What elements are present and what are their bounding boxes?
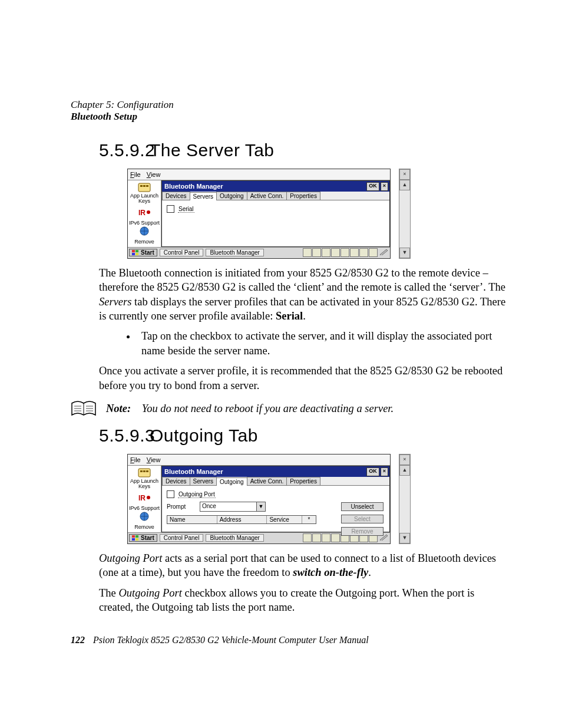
running-chapter: Chapter 5: Configuration xyxy=(71,99,509,111)
sidebar-app-launch[interactable]: App Launch Keys xyxy=(128,467,161,490)
list-item: Tap on the checkbox to activate the serv… xyxy=(137,329,509,358)
scroll-down-icon[interactable]: ▼ xyxy=(399,248,410,258)
window-titlebar: Bluetooth Manager OK × xyxy=(162,181,389,192)
page-scrollbar[interactable]: × ▲ ▼ xyxy=(399,454,411,544)
task-bluetooth-manager[interactable]: Bluetooth Manager xyxy=(206,534,264,542)
tray-icon[interactable] xyxy=(331,248,340,257)
sidebar-ipv6[interactable]: IPv6 Support xyxy=(128,505,161,523)
scroll-up-icon[interactable]: ▲ xyxy=(399,180,410,190)
svg-rect-11 xyxy=(138,469,150,477)
unselect-button[interactable]: Unselect xyxy=(341,502,384,511)
tab-servers[interactable]: Servers xyxy=(190,192,217,200)
prompt-label: Prompt xyxy=(167,503,196,510)
sidebar-remove[interactable]: Remove xyxy=(128,239,161,245)
prompt-combobox[interactable]: Once ▼ xyxy=(200,502,266,512)
serial-label: Serial xyxy=(178,206,194,213)
start-button[interactable]: Start xyxy=(129,534,157,542)
svg-rect-1 xyxy=(140,185,143,187)
book-icon xyxy=(71,400,97,417)
tray-icon[interactable] xyxy=(331,533,340,542)
remove-button[interactable]: Remove xyxy=(341,527,384,536)
tray-icon[interactable] xyxy=(369,248,378,257)
globe-icon xyxy=(137,226,151,236)
tab-devices[interactable]: Devices xyxy=(162,477,190,485)
outgoing-port-checkbox[interactable] xyxy=(167,490,174,498)
svg-rect-21 xyxy=(135,538,138,541)
serial-checkbox[interactable] xyxy=(167,205,174,213)
tray-icon[interactable] xyxy=(350,248,359,257)
ok-button[interactable]: OK xyxy=(366,182,379,191)
svg-rect-7 xyxy=(132,250,135,252)
system-tray xyxy=(303,248,390,257)
svg-rect-12 xyxy=(140,470,143,472)
task-control-panel[interactable]: Control Panel xyxy=(160,534,204,542)
svg-point-5 xyxy=(147,210,150,214)
windows-icon xyxy=(132,535,139,541)
page-scrollbar[interactable]: × ▲ ▼ xyxy=(399,169,411,259)
tab-outgoing[interactable]: Outgoing xyxy=(216,192,247,200)
col-star[interactable]: * xyxy=(302,516,316,523)
menu-view[interactable]: View xyxy=(147,171,161,178)
menu-file[interactable]: File xyxy=(130,456,141,463)
window-titlebar: Bluetooth Manager OK × xyxy=(162,466,389,477)
heading-server-tab: 5.5.9.2The Server Tab xyxy=(99,140,509,160)
window-title: Bluetooth Manager xyxy=(164,468,365,475)
close-button[interactable]: × xyxy=(381,467,388,476)
tab-active-conn[interactable]: Active Conn. xyxy=(247,192,287,200)
control-panel-sidebar: App Launch Keys IR IPv6 Support Remove xyxy=(128,466,161,532)
sidebar-ipv6[interactable]: IPv6 Support xyxy=(128,220,161,238)
tab-outgoing[interactable]: Outgoing xyxy=(216,477,247,486)
col-address[interactable]: Address xyxy=(217,516,267,523)
ir-icon: IR xyxy=(137,207,151,218)
close-button[interactable]: × xyxy=(381,182,388,191)
menu-view[interactable]: View xyxy=(147,456,161,463)
svg-rect-13 xyxy=(143,470,146,472)
scroll-down-icon[interactable]: ▼ xyxy=(399,533,410,543)
tray-icon[interactable] xyxy=(312,533,321,542)
tab-active-conn[interactable]: Active Conn. xyxy=(247,477,287,485)
sidebar-app-launch[interactable]: App Launch Keys xyxy=(128,182,161,205)
tray-icon[interactable] xyxy=(303,533,312,542)
task-control-panel[interactable]: Control Panel xyxy=(160,249,204,256)
col-name[interactable]: Name xyxy=(167,516,217,523)
note: Note: You do not need to reboot if you a… xyxy=(106,403,394,415)
sidebar-infrared[interactable]: IR xyxy=(128,206,161,219)
tab-strip: Devices Servers Outgoing Active Conn. Pr… xyxy=(162,192,389,200)
tray-icon[interactable] xyxy=(340,248,349,257)
scroll-up-icon[interactable]: ▲ xyxy=(399,465,410,476)
window-title: Bluetooth Manager xyxy=(164,183,365,190)
page-footer: 122Psion Teklogix 8525 G2/8530 G2 Vehicl… xyxy=(71,635,369,645)
menubar: File View xyxy=(128,169,390,180)
tray-icon[interactable] xyxy=(359,248,368,257)
scroll-close-icon[interactable]: × xyxy=(399,454,410,465)
select-button[interactable]: Select xyxy=(341,515,384,523)
tray-icon[interactable] xyxy=(312,248,321,257)
tray-icon[interactable] xyxy=(322,248,330,257)
stylus-icon[interactable] xyxy=(379,248,389,255)
col-service[interactable]: Service xyxy=(267,516,302,523)
menu-file[interactable]: File xyxy=(130,171,141,178)
screenshot-outgoing-tab: File View App Launch Keys IR IPv6 Suppor… xyxy=(127,454,509,544)
tray-icon[interactable] xyxy=(303,248,312,257)
tab-properties[interactable]: Properties xyxy=(286,192,320,200)
svg-rect-18 xyxy=(132,535,135,538)
tray-icon[interactable] xyxy=(322,533,330,542)
tab-servers[interactable]: Servers xyxy=(190,477,217,485)
control-panel-sidebar: App Launch Keys IR IPv6 Support Remove xyxy=(128,180,161,247)
ok-button[interactable]: OK xyxy=(366,467,379,476)
svg-rect-3 xyxy=(146,185,148,187)
start-button[interactable]: Start xyxy=(129,249,157,256)
sidebar-remove[interactable]: Remove xyxy=(128,524,161,531)
taskbar: Start Control Panel Bluetooth Manager xyxy=(128,247,390,258)
svg-point-16 xyxy=(147,496,150,499)
menubar: File View xyxy=(128,454,390,466)
tab-devices[interactable]: Devices xyxy=(162,192,190,200)
scroll-close-icon[interactable]: × xyxy=(399,169,410,180)
task-bluetooth-manager[interactable]: Bluetooth Manager xyxy=(206,249,264,256)
tab-strip: Devices Servers Outgoing Active Conn. Pr… xyxy=(162,477,389,486)
sidebar-infrared[interactable]: IR xyxy=(128,492,161,504)
tab-properties[interactable]: Properties xyxy=(286,477,320,485)
svg-rect-8 xyxy=(135,250,138,252)
device-list-header: Name Address Service * xyxy=(167,515,316,524)
svg-text:IR: IR xyxy=(138,209,146,217)
